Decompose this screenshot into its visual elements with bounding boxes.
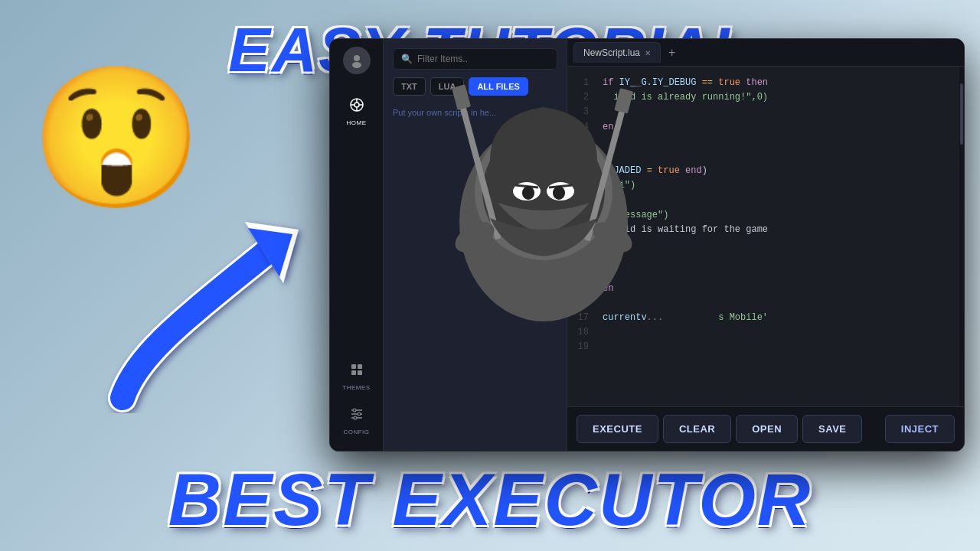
sidebar-item-home[interactable]: HOME: [330, 90, 383, 134]
save-button[interactable]: SAVE: [802, 415, 862, 443]
svg-point-26: [522, 186, 534, 200]
ninja-mascot: [413, 69, 674, 360]
svg-rect-29: [452, 84, 471, 110]
emoji-icon: 😲: [31, 69, 203, 207]
sidebar-item-themes[interactable]: THEMES: [330, 354, 383, 399]
search-input[interactable]: [417, 54, 549, 64]
inject-button[interactable]: INJECT: [885, 415, 955, 443]
tab-add-button[interactable]: +: [664, 46, 680, 60]
avatar: [343, 47, 371, 74]
scrollbar[interactable]: [959, 67, 964, 406]
svg-point-3: [352, 62, 361, 68]
svg-rect-31: [614, 88, 633, 114]
arrow-decoration: [77, 199, 368, 413]
search-box[interactable]: 🔍: [393, 48, 557, 70]
themes-icon: [349, 362, 364, 381]
svg-point-17: [353, 409, 356, 412]
clear-button[interactable]: CLEAR: [663, 415, 731, 443]
sidebar-themes-label: THEMES: [342, 384, 370, 391]
home-icon: [349, 97, 364, 116]
sidebar-item-config[interactable]: CONFIG: [330, 399, 383, 443]
svg-rect-12: [351, 370, 356, 375]
sidebar: HOME THEMES: [330, 39, 384, 451]
svg-point-18: [358, 412, 361, 416]
config-icon: [349, 406, 364, 425]
svg-point-2: [354, 55, 360, 61]
search-icon: 🔍: [401, 54, 413, 64]
svg-rect-11: [358, 364, 362, 369]
sidebar-home-label: HOME: [347, 119, 367, 126]
scrollbar-thumb[interactable]: [960, 83, 963, 145]
open-button[interactable]: OPEN: [736, 415, 798, 443]
title-bottom: BEST EXECUTOR: [0, 458, 980, 542]
execute-button[interactable]: EXECUTE: [577, 415, 658, 443]
svg-point-19: [354, 416, 357, 419]
action-bar: EXECUTE CLEAR OPEN SAVE INJECT: [567, 406, 964, 451]
sidebar-config-label: CONFIG: [343, 429, 369, 435]
tab-close-icon[interactable]: ✕: [645, 49, 651, 57]
tab-label: NewScript.lua: [583, 47, 640, 58]
svg-point-5: [354, 103, 359, 107]
svg-point-27: [553, 186, 565, 200]
svg-rect-10: [351, 364, 356, 369]
svg-rect-13: [358, 370, 362, 375]
tabs-bar: NewScript.lua ✕ +: [567, 39, 964, 67]
tab-newscript[interactable]: NewScript.lua ✕: [573, 42, 661, 63]
